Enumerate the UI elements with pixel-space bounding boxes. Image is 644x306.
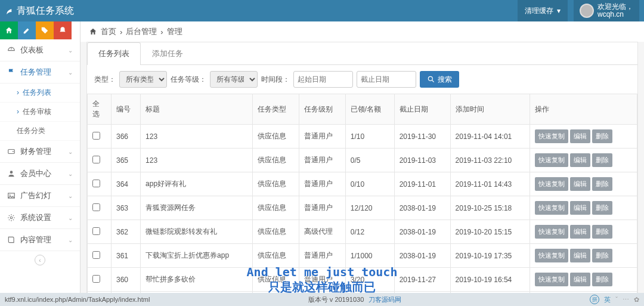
col-0: 全选 — [88, 94, 112, 125]
edit-button[interactable]: 编辑 — [570, 129, 590, 143]
edit-button[interactable] — [18, 21, 36, 39]
sidebar-item-5[interactable]: 系统设置⌄ — [0, 207, 80, 229]
user-menu[interactable]: 欢迎光临， wcqh.cn — [574, 0, 639, 21]
delete-button[interactable]: 删除 — [592, 249, 612, 262]
start-date-input[interactable] — [293, 71, 353, 88]
copy-button[interactable]: 快速复制 — [535, 129, 568, 143]
home-icon — [89, 27, 97, 36]
breadcrumb-home[interactable]: 首页 — [101, 26, 116, 37]
delete-button[interactable]: 删除 — [592, 273, 612, 286]
search-icon — [427, 75, 435, 84]
table-row: 360帮忙拼多多砍价供应信息普通用户3/202019-11-272019-10-… — [88, 268, 637, 292]
sidebar-item-0[interactable]: 仪表板⌄ — [0, 39, 80, 61]
row-checkbox[interactable] — [92, 203, 100, 211]
status-bar: ktf9.xnl.icu/index.php/Admin/TaskApply/i… — [0, 293, 644, 306]
sidebar-item-1[interactable]: 任务管理⌄ — [0, 61, 80, 84]
chevron-right-icon: ⌄ — [68, 149, 73, 155]
image-icon — [7, 191, 16, 200]
ime-more-icon[interactable]: ⋯ — [623, 296, 629, 304]
level-select[interactable]: 所有等级 — [210, 71, 258, 88]
alert-button[interactable] — [54, 21, 72, 39]
chevron-right-icon: ⌄ — [68, 237, 73, 243]
ime-tools-icon[interactable]: ✿ — [634, 296, 639, 304]
source-link[interactable]: 刀客源码网 — [369, 295, 401, 304]
col-6: 截止日期 — [394, 94, 450, 125]
content-panel: 任务列表添加任务 类型： 所有类型 任务等级： 所有等级 时间段： 搜索 全选编… — [86, 42, 638, 306]
pencil-icon — [23, 26, 31, 35]
edit-button[interactable]: 编辑 — [570, 225, 590, 239]
wallet-icon — [7, 147, 16, 156]
task-table: 全选编号标题任务类型任务级别已领/名额截止日期添加时间操作 366123供应信息… — [87, 94, 637, 306]
book-icon — [7, 236, 16, 244]
breadcrumb-mid[interactable]: 后台管理 — [126, 26, 157, 37]
edit-button[interactable]: 编辑 — [570, 153, 590, 167]
gear-icon — [7, 214, 16, 222]
copy-button[interactable]: 快速复制 — [535, 273, 568, 286]
tab-1[interactable]: 添加任务 — [141, 42, 194, 65]
leaf-icon — [5, 6, 14, 16]
row-checkbox[interactable] — [92, 180, 100, 187]
time-label: 时间段： — [261, 75, 290, 85]
status-url: ktf9.xnl.icu/index.php/Admin/TaskApply/i… — [5, 296, 150, 303]
end-date-input[interactable] — [357, 71, 416, 88]
breadcrumb-last: 管理 — [167, 26, 182, 37]
tag-icon — [41, 26, 49, 35]
table-row: 364app好评有礼供应信息普通用户0/102019-11-012019-11-… — [88, 172, 637, 196]
type-select[interactable]: 所有类型 — [119, 71, 167, 88]
row-checkbox[interactable] — [92, 156, 100, 163]
copy-button[interactable]: 快速复制 — [535, 153, 568, 167]
sidebar-sub-1-2[interactable]: 任务分类 — [0, 122, 80, 141]
chevron-right-icon: ⌄ — [68, 171, 73, 177]
row-checkbox[interactable] — [92, 251, 100, 259]
copy-button[interactable]: 快速复制 — [535, 201, 568, 215]
delete-button[interactable]: 删除 — [592, 201, 612, 215]
row-checkbox[interactable] — [92, 275, 100, 283]
col-8: 操作 — [530, 94, 637, 125]
sidebar-item-6[interactable]: 内容管理⌄ — [0, 229, 80, 251]
topbar-right: 清理缓存 ▾ 欢迎光临， wcqh.cn — [518, 0, 639, 21]
search-button[interactable]: 搜索 — [420, 71, 459, 88]
edit-button[interactable]: 编辑 — [570, 201, 590, 215]
sidebar-sub-1-1[interactable]: 任务审核 — [0, 103, 80, 122]
home-icon — [5, 26, 13, 35]
row-checkbox[interactable] — [92, 227, 100, 235]
delete-button[interactable]: 删除 — [592, 153, 612, 167]
svg-point-6 — [428, 76, 432, 81]
row-checkbox[interactable] — [92, 132, 100, 140]
col-5: 已领/名额 — [345, 94, 394, 125]
table-row: 361下载淘宝折上折优惠券app供应信息普通用户1/10002038-01-19… — [88, 244, 637, 268]
col-4: 任务级别 — [299, 94, 345, 125]
delete-button[interactable]: 删除 — [592, 177, 612, 191]
tabs: 任务列表添加任务 — [87, 42, 637, 65]
chevron-right-icon: ⌄ — [68, 215, 73, 221]
sidebar-item-4[interactable]: 广告幻灯⌄ — [0, 185, 80, 207]
sidebar-item-2[interactable]: 财务管理⌄ — [0, 141, 80, 163]
home-button[interactable] — [0, 21, 18, 39]
table-row: 365123供应信息普通用户0/52019-11-032019-11-03 22… — [88, 149, 637, 172]
delete-button[interactable]: 删除 — [592, 129, 612, 143]
tab-0[interactable]: 任务列表 — [87, 42, 141, 65]
dashboard-icon — [7, 46, 16, 54]
copy-button[interactable]: 快速复制 — [535, 225, 568, 239]
edit-button[interactable]: 编辑 — [570, 249, 590, 262]
copy-button[interactable]: 快速复制 — [535, 249, 568, 262]
sidebar-item-3[interactable]: 会员中心⌄ — [0, 163, 80, 185]
svg-point-5 — [10, 217, 13, 219]
col-3: 任务类型 — [253, 94, 299, 125]
collapse-sidebar-button[interactable]: ‹ — [35, 255, 45, 265]
app-logo: 青狐任务系统 — [5, 5, 74, 17]
table-row: 363青狐资源网任务供应信息普通用户12/1202038-01-192019-1… — [88, 196, 637, 220]
svg-point-4 — [10, 194, 11, 196]
copy-button[interactable]: 快速复制 — [535, 177, 568, 191]
flag-icon — [7, 68, 16, 76]
edit-button[interactable]: 编辑 — [570, 177, 590, 191]
ime-lang[interactable]: 英 — [604, 295, 611, 304]
table-row: 362微链影院观影转发有礼供应信息高级代理0/122038-01-192019-… — [88, 220, 637, 244]
clear-cache-button[interactable]: 清理缓存 ▾ — [518, 0, 568, 21]
edit-button[interactable]: 编辑 — [570, 273, 590, 286]
ime-icon[interactable]: 拼 — [590, 295, 599, 304]
tag-button[interactable] — [36, 21, 54, 39]
level-label: 任务等级： — [171, 75, 206, 85]
delete-button[interactable]: 删除 — [592, 225, 612, 239]
sidebar-sub-1-0[interactable]: 任务列表 — [0, 84, 80, 103]
